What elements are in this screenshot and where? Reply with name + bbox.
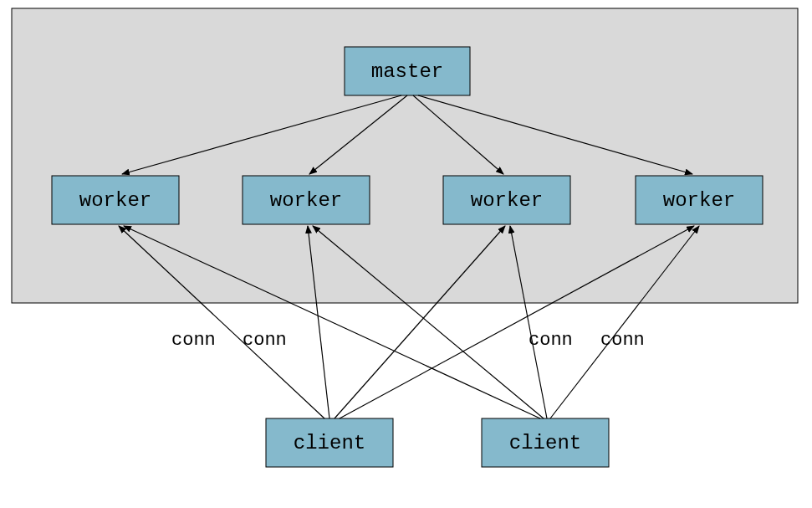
worker-label: worker (79, 189, 151, 212)
worker-label: worker (663, 189, 735, 212)
worker-node: worker (636, 176, 763, 224)
master-node: master (345, 47, 470, 95)
worker-node: worker (243, 176, 370, 224)
worker-node: worker (52, 176, 179, 224)
worker-node: worker (443, 176, 570, 224)
client-node: client (482, 418, 609, 467)
architecture-diagram: master worker worker worker worker clien… (0, 0, 812, 508)
edge-label: conn (600, 330, 645, 351)
client-label: client (509, 432, 581, 454)
client-node: client (266, 418, 393, 467)
edge-label: conn (243, 330, 287, 351)
worker-label: worker (270, 189, 342, 212)
edge-label: conn (171, 330, 216, 351)
edge-label: conn (529, 330, 573, 351)
client-label: client (294, 432, 365, 454)
worker-label: worker (471, 189, 543, 212)
master-label: master (371, 60, 443, 83)
